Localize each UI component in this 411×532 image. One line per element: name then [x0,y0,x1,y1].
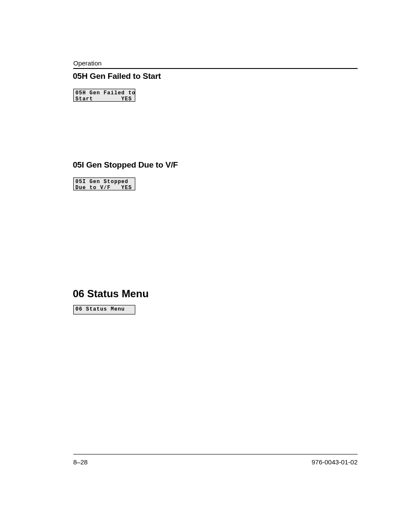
footer-rule [73,454,358,454]
lcd-line: Due to V/F YES [75,185,132,191]
page: Operation 05H Gen Failed to Start 05H Ge… [0,0,411,532]
heading-05i: 05I Gen Stopped Due to V/F [73,160,178,170]
lcd-line: Start YES [75,96,132,102]
heading-06: 06 Status Menu [73,288,149,300]
page-number: 8–28 [73,458,87,466]
lcd-line: 05I Gen Stopped [75,179,128,185]
lcd-display-05h: 05H Gen Failed to Start YES [73,89,135,102]
lcd-line: 06 Status Menu [75,306,125,312]
header-rule [73,68,358,69]
lcd-display-06: 06 Status Menu [73,305,135,314]
heading-05h: 05H Gen Failed to Start [73,72,161,81]
document-number: 976-0043-01-02 [311,458,358,466]
lcd-line: 05H Gen Failed to [75,90,135,96]
lcd-display-05i: 05I Gen Stopped Due to V/F YES [73,177,135,190]
running-header: Operation [73,59,102,67]
